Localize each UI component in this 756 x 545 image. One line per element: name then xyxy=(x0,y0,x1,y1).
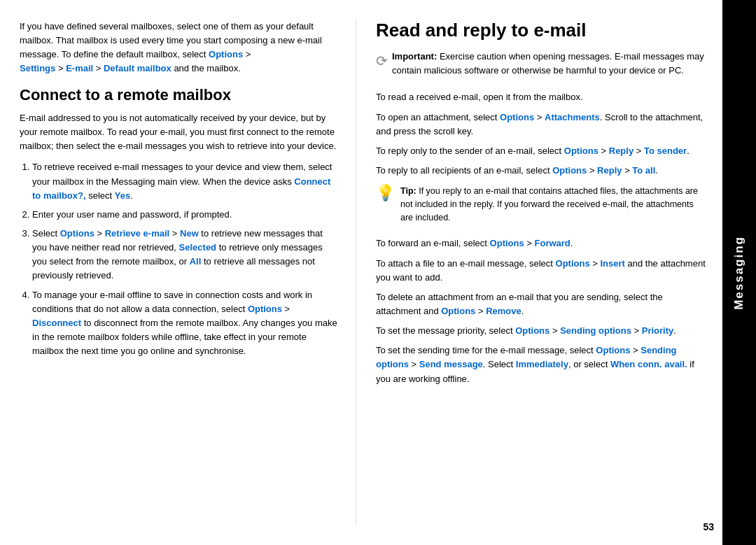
options-reply1-link[interactable]: Options xyxy=(564,146,598,156)
para8-mid1: > xyxy=(550,325,560,336)
new-link[interactable]: New xyxy=(180,228,199,239)
reply1-link[interactable]: Reply xyxy=(609,146,634,156)
step-2: Enter your user name and password, if pr… xyxy=(32,208,339,222)
para5-after: . xyxy=(570,238,573,248)
para3-before: To reply only to the sender of an e-mail… xyxy=(376,146,564,156)
main-content: If you have defined several mailboxes, s… xyxy=(0,0,722,545)
para4-before: To reply to all recipients of an e-mail,… xyxy=(376,165,552,176)
para8-after: . xyxy=(673,325,676,336)
email-link[interactable]: E-mail xyxy=(66,63,93,73)
remove-para: To delete an attachment from an e-mail t… xyxy=(376,290,708,318)
important-text: Important: Exercise caution when opening… xyxy=(392,50,708,78)
para7-after: . xyxy=(522,306,524,316)
priority-para: To set the message priority, select Opti… xyxy=(376,324,708,338)
to-sender-link[interactable]: To sender xyxy=(644,146,687,156)
sidebar: Messaging xyxy=(722,0,756,545)
priority-link[interactable]: Priority xyxy=(642,325,674,336)
tip-label: Tip: xyxy=(400,186,419,196)
sending-options-link1[interactable]: Sending options xyxy=(560,325,631,336)
right-column: Read and reply to e-mail ⟳ Important: Ex… xyxy=(356,20,722,525)
para6-before: To attach a file to an e-mail message, s… xyxy=(376,258,556,269)
step2-text: Enter your user name and password, if pr… xyxy=(32,209,232,220)
options-reply2-link[interactable]: Options xyxy=(552,165,587,176)
forward-para: To forward an e-mail, select Options > F… xyxy=(376,236,708,250)
forward-link[interactable]: Forward xyxy=(535,238,570,248)
tip-box: 💡 Tip: If you reply to an e-mail that co… xyxy=(376,185,708,229)
options-attach-link[interactable]: Options xyxy=(500,112,534,122)
send-time-para: To set the sending time for the e-mail m… xyxy=(376,344,708,385)
para5-mid: > xyxy=(524,238,535,248)
para5-before: To forward an e-mail, select xyxy=(376,238,490,248)
tip-text: Tip: If you reply to an e-mail that cont… xyxy=(400,185,708,224)
step-3: Select Options > Retrieve e-mail > New t… xyxy=(32,227,339,283)
intro-mid2: > xyxy=(55,63,66,73)
para4-mid1: > xyxy=(587,165,597,176)
to-all-link[interactable]: To all xyxy=(632,165,655,176)
immediately-link[interactable]: Immediately xyxy=(516,359,568,369)
settings-link[interactable]: Settings xyxy=(20,63,55,73)
connect-section-title: Connect to a remote mailbox xyxy=(20,86,339,104)
para9-mid2: > xyxy=(409,359,419,369)
intro-mid3: > xyxy=(93,63,104,73)
para8-before: To set the message priority, select xyxy=(376,325,515,336)
insert-para: To attach a file to an e-mail message, s… xyxy=(376,257,708,285)
steps-list: To retrieve received e-mail messages to … xyxy=(20,160,339,358)
options-forward-link[interactable]: Options xyxy=(490,238,524,248)
page-container: If you have defined several mailboxes, s… xyxy=(0,0,756,545)
para2-mid: > xyxy=(534,112,545,122)
right-section-title: Read and reply to e-mail xyxy=(376,20,708,41)
para3-mid2: > xyxy=(634,146,644,156)
read-para: To read a received e-mail, open it from … xyxy=(376,90,708,104)
disconnect-link[interactable]: Disconnect xyxy=(32,318,81,328)
step1-after: . xyxy=(130,190,133,201)
step3-mid1: > xyxy=(94,228,105,239)
all-link[interactable]: All xyxy=(190,256,202,267)
options-remove-link[interactable]: Options xyxy=(441,306,475,316)
retrieve-email-link[interactable]: Retrieve e-mail xyxy=(105,228,170,239)
para8-mid2: > xyxy=(631,325,642,336)
para9-mid1: > xyxy=(630,345,640,355)
remove-link[interactable]: Remove xyxy=(486,306,522,316)
reply2-link[interactable]: Reply xyxy=(597,165,622,176)
step1-mid: select xyxy=(86,190,115,201)
attachment-para: To open an attachment, select Options > … xyxy=(376,111,708,139)
options-priority-link[interactable]: Options xyxy=(515,325,550,336)
options-insert-link[interactable]: Options xyxy=(556,258,590,269)
insert-link[interactable]: Insert xyxy=(600,258,624,269)
para3-after: . xyxy=(687,146,690,156)
important-icon: ⟳ xyxy=(376,50,388,72)
send-message-link[interactable]: Send message xyxy=(419,359,483,369)
when-conn-link[interactable]: When conn. avail. xyxy=(610,359,687,369)
step3-before: Select xyxy=(32,228,60,239)
sidebar-label: Messaging xyxy=(732,236,746,310)
section-intro-text: E-mail addressed to you is not automatic… xyxy=(20,111,339,153)
yes-link[interactable]: Yes xyxy=(115,190,130,201)
reply-all-para: To reply to all recipients of an e-mail,… xyxy=(376,164,708,178)
para2-before: To open an attachment, select xyxy=(376,112,500,122)
options-sendtime-link[interactable]: Options xyxy=(596,345,630,355)
para9-before: To set the sending time for the e-mail m… xyxy=(376,345,596,355)
options-link3[interactable]: Options xyxy=(248,304,282,314)
para9-mid3: , or select xyxy=(568,359,610,369)
options-link2[interactable]: Options xyxy=(60,228,94,239)
para9-after: . Select xyxy=(483,359,516,369)
left-column: If you have defined several mailboxes, s… xyxy=(20,20,356,525)
step3-mid2: > xyxy=(169,228,180,239)
step1-before: To retrieve received e-mail messages to … xyxy=(32,162,332,186)
intro-end: and the mailbox. xyxy=(172,63,241,73)
tip-icon: 💡 xyxy=(376,185,395,201)
step4-mid1: > xyxy=(282,304,290,314)
options-link1[interactable]: Options xyxy=(209,49,243,59)
selected-link[interactable]: Selected xyxy=(179,242,216,253)
default-mailbox-link[interactable]: Default mailbox xyxy=(104,63,172,73)
page-number: 53 xyxy=(703,521,714,532)
tip-content: If you reply to an e-mail that contains … xyxy=(400,186,698,222)
intro-mid1: > xyxy=(243,49,251,59)
para7-mid: > xyxy=(475,306,486,316)
step-4: To manage your e-mail offline to save in… xyxy=(32,288,339,359)
attachments-link[interactable]: Attachments xyxy=(545,112,600,122)
important-label: Important: xyxy=(392,51,440,62)
para3-mid1: > xyxy=(598,146,609,156)
para6-mid: > xyxy=(590,258,601,269)
para4-mid2: > xyxy=(622,165,633,176)
